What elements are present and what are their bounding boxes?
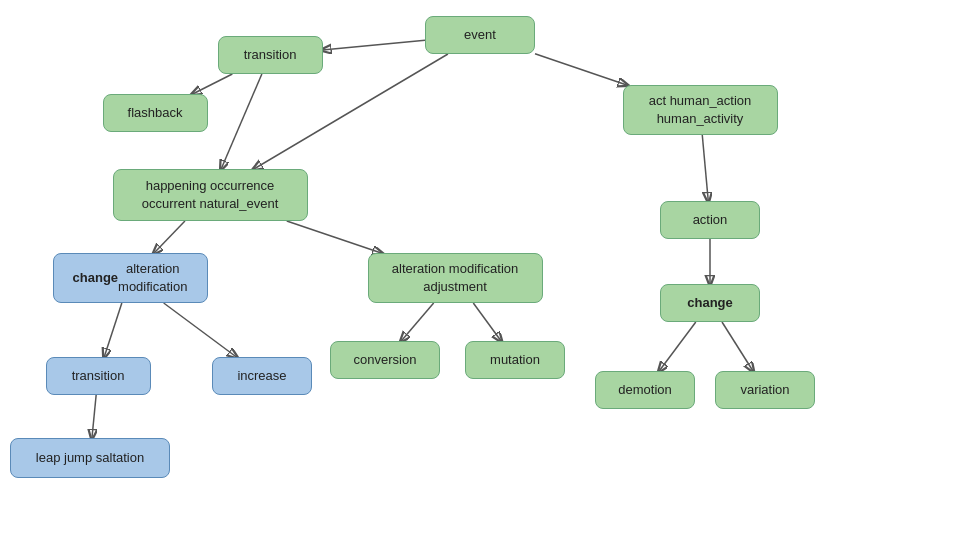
node-increase: increase xyxy=(212,357,312,395)
edge-event-act_human xyxy=(535,54,627,85)
edge-act_human-action xyxy=(702,135,708,201)
node-transition_top: transition xyxy=(218,36,323,74)
node-transition_bot: transition xyxy=(46,357,151,395)
edge-event-transition_top xyxy=(323,40,426,50)
node-leap: leap jump saltation xyxy=(10,438,170,478)
node-action: action xyxy=(660,201,760,239)
node-alteration_mod: alteration modificationadjustment xyxy=(368,253,543,303)
node-happening: happening occurrenceoccurrent natural_ev… xyxy=(113,169,308,221)
edge-happening-change_blue xyxy=(154,221,185,253)
node-conversion: conversion xyxy=(330,341,440,379)
edge-change_green-variation xyxy=(722,322,753,371)
node-demotion: demotion xyxy=(595,371,695,409)
diagram: eventtransitionflashbackact human_action… xyxy=(0,0,960,540)
edge-change_green-demotion xyxy=(659,322,696,371)
edge-transition_top-happening xyxy=(221,74,262,169)
node-flashback: flashback xyxy=(103,94,208,132)
node-change_blue: change alterationmodification xyxy=(53,253,208,303)
node-event: event xyxy=(425,16,535,54)
edge-alteration_mod-conversion xyxy=(401,303,433,341)
node-change_green: change xyxy=(660,284,760,322)
edge-change_blue-transition_bot xyxy=(104,303,122,357)
node-mutation: mutation xyxy=(465,341,565,379)
edge-happening-alteration_mod xyxy=(287,221,381,253)
node-variation: variation xyxy=(715,371,815,409)
node-act_human: act human_actionhuman_activity xyxy=(623,85,778,135)
edge-change_blue-increase xyxy=(164,303,237,357)
edge-alteration_mod-mutation xyxy=(473,303,501,341)
edge-transition_top-flashback xyxy=(193,74,233,94)
edge-transition_bot-leap xyxy=(92,395,96,438)
